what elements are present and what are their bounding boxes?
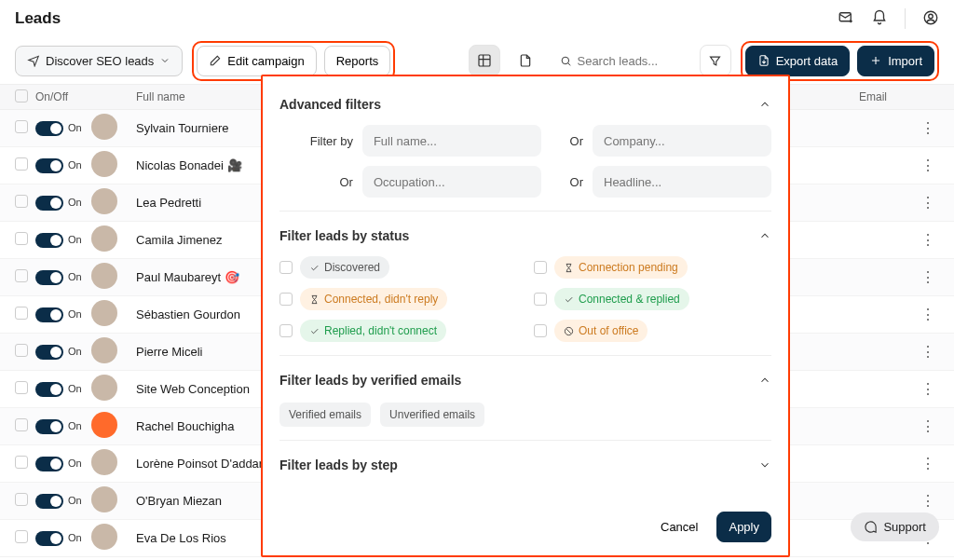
table-view-icon[interactable] — [469, 45, 500, 76]
row-checkbox[interactable] — [15, 195, 28, 208]
avatar — [91, 412, 117, 438]
tag-unverified-emails[interactable]: Unverified emails — [380, 403, 484, 427]
status-connected-replied[interactable]: Connected & replied — [554, 288, 689, 310]
row-toggle[interactable] — [35, 419, 63, 434]
lead-name: Lea Pedretti — [136, 196, 201, 210]
row-toggle[interactable] — [35, 345, 63, 360]
search-input[interactable] — [551, 45, 690, 76]
filter-panel: Advanced filters Filter by Or Or Or Filt… — [261, 75, 790, 557]
lead-name: Nicolas Bonadei 🎥 — [136, 158, 242, 172]
row-menu-icon[interactable]: ⋮ — [917, 119, 939, 137]
row-checkbox[interactable] — [15, 418, 28, 431]
avatar — [91, 300, 117, 326]
chevron-up-icon — [758, 98, 771, 111]
row-checkbox[interactable] — [15, 344, 28, 357]
status-discovered[interactable]: Discovered — [300, 256, 389, 279]
avatar — [91, 225, 117, 252]
lead-name: Camila Jimenez — [136, 233, 222, 247]
tag-verified-emails[interactable]: Verified emails — [279, 403, 371, 427]
lead-name: Pierre Miceli — [136, 345, 203, 359]
row-toggle[interactable] — [35, 270, 63, 285]
row-checkbox[interactable] — [15, 157, 28, 171]
filter-verified-header[interactable]: Filter leads by verified emails — [279, 369, 771, 391]
status-connection-pending[interactable]: Connection pending — [554, 256, 688, 279]
chevron-up-icon — [758, 374, 771, 387]
reports-button[interactable]: Reports — [324, 46, 391, 76]
row-checkbox[interactable] — [15, 307, 28, 320]
mail-icon[interactable] — [838, 9, 854, 29]
row-menu-icon[interactable]: ⋮ — [917, 157, 939, 174]
row-toggle[interactable] — [35, 531, 63, 546]
row-toggle[interactable] — [35, 382, 63, 397]
row-checkbox[interactable] — [15, 530, 28, 543]
status-checkbox[interactable] — [534, 324, 547, 337]
status-out-of-office[interactable]: Out of office — [554, 320, 647, 342]
filter-fullname[interactable] — [362, 125, 541, 157]
lead-name: Lorène Poinsot D'addario — [136, 457, 272, 471]
row-toggle[interactable] — [35, 121, 63, 136]
row-checkbox[interactable] — [15, 232, 28, 245]
lead-name: Paul Maubareyt 🎯 — [136, 270, 239, 284]
chevron-down-icon — [758, 458, 771, 471]
status-checkbox[interactable] — [279, 324, 293, 337]
lead-name: O'Bryan Miezan — [136, 494, 222, 508]
page-title: Leads — [15, 9, 61, 28]
filter-status-header[interactable]: Filter leads by status — [279, 225, 771, 247]
select-all-checkbox[interactable] — [15, 89, 28, 102]
cancel-button[interactable]: Cancel — [649, 512, 709, 541]
col-email: Email — [807, 90, 939, 103]
avatar — [91, 486, 117, 512]
row-menu-icon[interactable]: ⋮ — [917, 380, 939, 398]
bell-icon[interactable] — [871, 9, 888, 29]
avatar — [91, 375, 117, 401]
row-checkbox[interactable] — [15, 456, 28, 469]
status-checkbox[interactable] — [534, 293, 547, 306]
svg-rect-3 — [479, 55, 490, 66]
row-menu-icon[interactable]: ⋮ — [917, 194, 939, 212]
row-menu-icon[interactable]: ⋮ — [917, 417, 939, 435]
row-menu-icon[interactable]: ⋮ — [917, 492, 939, 510]
edit-campaign-button[interactable]: Edit campaign — [197, 46, 316, 76]
row-menu-icon[interactable]: ⋮ — [917, 306, 939, 323]
filter-headline[interactable] — [593, 166, 771, 198]
divider — [905, 8, 906, 29]
apply-button[interactable]: Apply — [716, 512, 771, 542]
col-onoff: On/Off — [35, 90, 91, 103]
row-checkbox[interactable] — [15, 381, 28, 394]
campaign-selector[interactable]: Discover SEO leads — [15, 46, 183, 76]
csv-export-icon[interactable] — [510, 45, 541, 76]
status-checkbox[interactable] — [279, 293, 293, 306]
import-button[interactable]: Import — [857, 46, 934, 76]
user-icon[interactable] — [922, 9, 939, 29]
status-connected-no-reply[interactable]: Connected, didn't reply — [300, 288, 447, 310]
app-header: Leads — [0, 0, 954, 37]
row-menu-icon[interactable]: ⋮ — [917, 268, 939, 286]
avatar — [91, 524, 117, 550]
status-checkbox[interactable] — [279, 261, 293, 274]
filter-icon[interactable] — [700, 45, 731, 76]
row-checkbox[interactable] — [15, 120, 28, 133]
row-checkbox[interactable] — [15, 269, 28, 282]
support-button[interactable]: Support — [851, 512, 939, 541]
row-menu-icon[interactable]: ⋮ — [917, 231, 939, 249]
svg-point-4 — [562, 57, 568, 63]
row-toggle[interactable] — [35, 494, 63, 509]
avatar — [91, 188, 117, 214]
row-toggle[interactable] — [35, 457, 63, 471]
filter-step-header[interactable]: Filter leads by step — [279, 454, 771, 476]
avatar — [91, 337, 117, 363]
row-menu-icon[interactable]: ⋮ — [917, 455, 939, 472]
status-checkbox[interactable] — [534, 261, 547, 274]
avatar — [91, 263, 117, 289]
row-toggle[interactable] — [35, 196, 63, 211]
row-toggle[interactable] — [35, 158, 63, 173]
filter-company[interactable] — [593, 125, 771, 157]
row-menu-icon[interactable]: ⋮ — [917, 343, 939, 361]
row-checkbox[interactable] — [15, 493, 28, 506]
status-replied-no-connect[interactable]: Replied, didn't connect — [300, 320, 446, 342]
row-toggle[interactable] — [35, 307, 63, 322]
row-toggle[interactable] — [35, 233, 63, 248]
advanced-filters-header[interactable]: Advanced filters — [279, 93, 771, 116]
export-data-button[interactable]: Export data — [745, 46, 851, 76]
filter-occupation[interactable] — [362, 166, 541, 198]
